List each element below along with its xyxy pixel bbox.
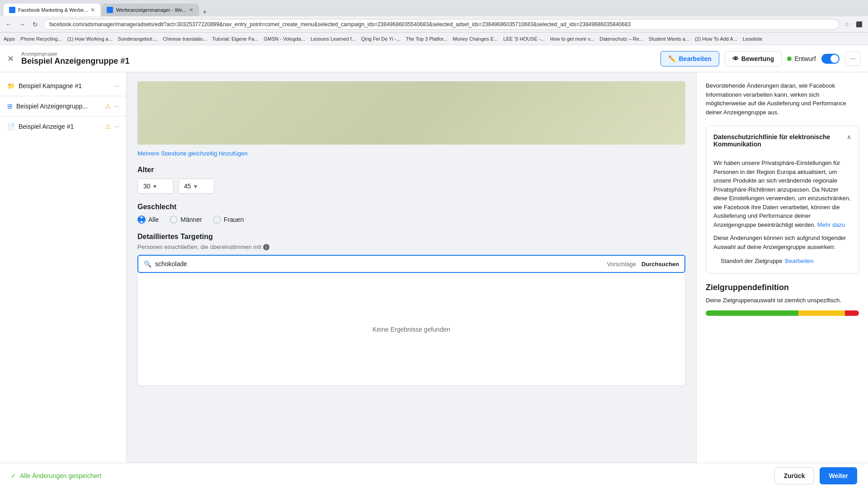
privacy-card-text1: Wir haben unsere Privatsphäre-Einstellun… — [713, 159, 851, 229]
age-label: Alter — [137, 166, 685, 174]
browser-chrome: Facebook Marketing & Werbe... ✕ Werbeanz… — [0, 0, 868, 16]
footer: ✓ Alle Änderungen gespeichert Zurück Wei… — [0, 463, 868, 488]
age-from-select[interactable]: 30 ▾ — [137, 178, 174, 194]
back-button[interactable]: ← — [4, 19, 14, 30]
bookmark-qing[interactable]: Qing Fei De Yi -... — [361, 36, 401, 42]
bookmark-top3[interactable]: The Top 3 Platfor... — [406, 36, 447, 42]
list-item-link[interactable]: Bearbeiten — [785, 256, 814, 266]
extensions-button[interactable]: ⬛ — [854, 20, 864, 28]
sidebar-item-campaign[interactable]: 📁 Beispiel Kampagne #1 ··· — [0, 78, 126, 94]
bookmark-how2[interactable]: How to get more v... — [550, 36, 594, 42]
sidebar-adset-label: Beispiel Anzeigengrupp... — [16, 103, 101, 110]
no-results-text: Keine Ergebnisse gefunden — [373, 326, 450, 333]
targeting-title: Detailliertes Targeting — [137, 233, 685, 241]
campaign-more-icon[interactable]: ··· — [114, 83, 119, 89]
checkmark-icon: ✓ — [11, 472, 16, 479]
reload-button[interactable]: ↻ — [31, 19, 40, 30]
header-actions: ✏️ Bearbeiten 👁 Bewertung Entwurf ··· — [660, 51, 861, 66]
bookmark-leseliste[interactable]: Leseliste — [743, 36, 762, 42]
search-tab-vorschlaege[interactable]: Vorschläge — [607, 261, 636, 267]
privacy-card-text2: Diese Änderungen können sich aufgrund fo… — [713, 234, 851, 251]
privacy-text-content: Wir haben unsere Privatsphäre-Einstellun… — [713, 160, 851, 228]
gender-frauen-radio — [213, 216, 221, 224]
page-title: Beispiel Anzeigengruppe #1 — [21, 56, 653, 66]
bookmark-tutorial[interactable]: Tutorial: Eigene Fa... — [212, 36, 259, 42]
toggle-switch[interactable] — [821, 54, 840, 64]
edit-button[interactable]: ✏️ Bearbeiten — [660, 51, 719, 66]
tab-1[interactable]: Facebook Marketing & Werbe... ✕ — [4, 4, 100, 16]
gender-label: Geschlecht — [137, 203, 685, 211]
status-badge: Entwurf — [787, 55, 816, 62]
map-area — [137, 81, 685, 145]
gender-manner[interactable]: Männer — [170, 216, 202, 224]
bookmark-lee[interactable]: LEE 'S HOUSE -... — [503, 36, 544, 42]
bookmark-2how[interactable]: (2) How To Add A... — [695, 36, 737, 42]
search-results: Keine Ergebnisse gefunden — [137, 273, 685, 386]
browser-tabs: Facebook Marketing & Werbe... ✕ Werbeanz… — [4, 0, 864, 16]
new-tab-button[interactable]: + — [200, 8, 209, 16]
gender-alle[interactable]: Alle — [137, 216, 159, 224]
sidebar-ad-label: Beispiel Anzeige #1 — [19, 123, 101, 130]
close-button[interactable]: ✕ — [7, 54, 14, 64]
address-bar: ← → ↻ ☆ ⬛ — [0, 16, 868, 33]
progress-green — [706, 310, 798, 316]
header-title-group: Anzeigengruppe Beispiel Anzeigengruppe #… — [21, 51, 653, 66]
search-box: 🔍 schokolade Vorschläge Durchsuchen — [137, 255, 685, 273]
ad-more-icon[interactable]: ··· — [114, 123, 119, 130]
tab-1-title: Facebook Marketing & Werbe... — [18, 7, 88, 13]
bookmark-student[interactable]: Student Wants a... — [649, 36, 689, 42]
search-input[interactable]: schokolade — [155, 260, 604, 267]
review-button[interactable]: 👁 Bewertung — [725, 51, 782, 66]
bookmark-apps[interactable]: Apps — [4, 36, 15, 42]
url-bar[interactable] — [43, 19, 839, 30]
audience-section: Zielgruppendefinition Deine Zielgruppena… — [706, 283, 859, 316]
back-button[interactable]: Zurück — [774, 467, 815, 484]
age-row: 30 ▾ 45 ▾ — [137, 178, 685, 194]
edit-icon: ✏️ — [668, 55, 676, 62]
mehr-dazu-link[interactable]: Mehr dazu — [817, 221, 845, 228]
panel-intro-text: Bevorstehende Änderungen daran, wie Face… — [706, 81, 859, 117]
bookmark-how[interactable]: (1) How Working a... — [67, 36, 113, 42]
gender-frauen[interactable]: Frauen — [213, 216, 244, 224]
sidebar-item-adset[interactable]: ⊞ Beispiel Anzeigengrupp... ⚠ ··· — [0, 98, 126, 114]
tab-2-close[interactable]: ✕ — [189, 7, 193, 13]
bookmark-money[interactable]: Money Changes E... — [453, 36, 498, 42]
bookmark-datenschutz[interactable]: Datenschutz – Re... — [599, 36, 643, 42]
scrollable-main: Mehrere Standorte gleichzeitig hinzufüge… — [127, 72, 696, 463]
ad-warning-icon: ⚠ — [105, 123, 111, 130]
bookmark-lessons[interactable]: Lessons Learned f... — [311, 36, 356, 42]
star-button[interactable]: ☆ — [843, 20, 851, 28]
collapse-icon[interactable]: ∧ — [847, 133, 851, 141]
search-tab-durchsuchen[interactable]: Durchsuchen — [642, 261, 679, 267]
next-button[interactable]: Weiter — [820, 467, 857, 484]
toggle-slider — [821, 54, 840, 64]
header-subtitle: Anzeigengruppe — [21, 51, 653, 56]
bookmarks-bar: Apps Phone Recycling... (1) How Working … — [0, 33, 868, 45]
top-header: ✕ Anzeigengruppe Beispiel Anzeigengruppe… — [0, 45, 868, 72]
privacy-list-item: Standort der Zielgruppe Bearbeiten — [721, 256, 851, 266]
bookmark-gmsn[interactable]: GMSN - Vologda... — [264, 36, 305, 42]
review-label: Bewertung — [741, 55, 774, 62]
age-to-select[interactable]: 45 ▾ — [178, 178, 214, 194]
sidebar-item-ad[interactable]: 📄 Beispiel Anzeige #1 ⚠ ··· — [0, 118, 126, 135]
eye-icon: 👁 — [732, 55, 739, 62]
info-icon[interactable]: i — [263, 244, 269, 250]
right-panel: Bevorstehende Änderungen daran, wie Face… — [696, 72, 868, 463]
gender-alle-radio — [137, 216, 146, 224]
status-dot — [787, 56, 792, 61]
adset-more-icon[interactable]: ··· — [114, 103, 119, 109]
more-button[interactable]: ··· — [845, 52, 861, 66]
age-from-value: 30 — [143, 183, 151, 190]
age-to-value: 45 — [184, 183, 191, 190]
map-link[interactable]: Mehrere Standorte gleichzeitig hinzufüge… — [137, 150, 685, 157]
bookmark-chinese[interactable]: Chinese translatio... — [163, 36, 207, 42]
bookmark-sonder[interactable]: Sonderangebot:... — [118, 36, 157, 42]
save-status-text: Alle Änderungen gespeichert — [20, 472, 101, 479]
bookmark-phone[interactable]: Phone Recycling... — [20, 36, 62, 42]
forward-button[interactable]: → — [17, 19, 27, 30]
footer-actions: Zurück Weiter — [774, 467, 857, 484]
tab-1-close[interactable]: ✕ — [90, 7, 95, 13]
gender-alle-label: Alle — [148, 216, 159, 223]
tab-2[interactable]: Werbeanzeigenmanager - We... ✕ — [101, 4, 199, 16]
browser-actions: ☆ ⬛ — [843, 20, 864, 28]
